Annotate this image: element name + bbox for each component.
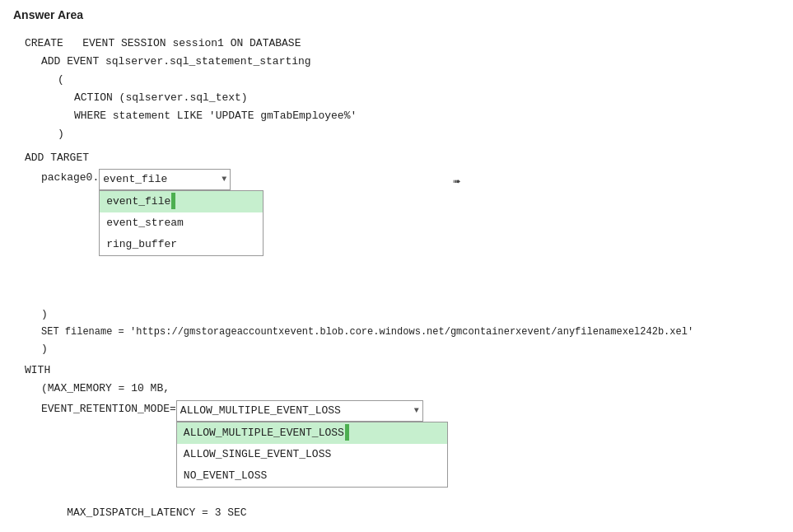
target-option-event-stream[interactable]: event_stream [100, 212, 263, 234]
target-option-ring-buffer[interactable]: ring_buffer [100, 234, 263, 255]
code-line-15: MAX_DISPATCH_LATENCY = 3 SEC [25, 486, 768, 532]
target-option-event-file[interactable]: event_file [100, 191, 263, 212]
mouse-cursor: ➠ [453, 172, 461, 194]
code-line-3: ( [25, 71, 768, 89]
code-line-9: ) [25, 306, 768, 324]
code-line-8-prefix: package0. [41, 169, 99, 187]
code-line-14-prefix: EVENT_RETENTION_MODE= [41, 400, 176, 418]
retention-option-allow-single[interactable]: ALLOW_SINGLE_EVENT_LOSS [177, 444, 447, 465]
answer-area-label: Answer Area [0, 0, 793, 26]
code-line-6: ) [25, 125, 768, 143]
code-line-13: (MAX_MEMORY = 10 MB, [25, 380, 768, 398]
selected-indicator [171, 193, 175, 209]
retention-option-allow-multiple[interactable]: ALLOW_MULTIPLE_EVENT_LOSS [177, 422, 447, 444]
code-line-12: WITH [25, 362, 768, 380]
code-line-2: ADD EVENT sqlserver.sql_statement_starti… [25, 53, 768, 71]
target-dropdown-list: event_file event_stream ring_buffer [99, 190, 264, 256]
retention-dropdown-list: ALLOW_MULTIPLE_EVENT_LOSS ALLOW_SINGLE_E… [176, 422, 448, 488]
retention-dropdown-value: ALLOW_MULTIPLE_EVENT_LOSS [180, 402, 341, 420]
code-line-4: ACTION (sqlserver.sql_text) [25, 89, 768, 107]
target-dropdown-selected[interactable]: event_file ▼ [99, 169, 231, 190]
retention-dropdown-selected[interactable]: ALLOW_MULTIPLE_EVENT_LOSS ▼ [176, 400, 423, 422]
code-line-5: WHERE statement LIKE 'UPDATE gmTabEmploy… [25, 107, 768, 125]
retention-option-no-loss[interactable]: NO_EVENT_LOSS [177, 465, 447, 487]
code-area: CREATE EVENT SESSION session1 ON DATABAS… [0, 26, 793, 532]
selected-indicator-2 [345, 424, 349, 441]
code-line-1: CREATE EVENT SESSION session1 ON DATABAS… [25, 35, 768, 53]
retention-dropdown-arrow: ▼ [414, 404, 419, 418]
retention-dropdown[interactable]: ALLOW_MULTIPLE_EVENT_LOSS ▼ ALLOW_MULTIP… [176, 400, 423, 422]
code-line-7: ADD TARGET [25, 149, 768, 167]
target-dropdown-arrow: ▼ [222, 172, 226, 186]
code-line-10: SET filename = 'https://gmstorageaccount… [25, 324, 768, 340]
target-dropdown[interactable]: event_file ▼ event_file event_stream rin… [99, 169, 231, 190]
code-line-11: ) [25, 340, 768, 358]
target-dropdown-value: event_file [103, 170, 167, 189]
